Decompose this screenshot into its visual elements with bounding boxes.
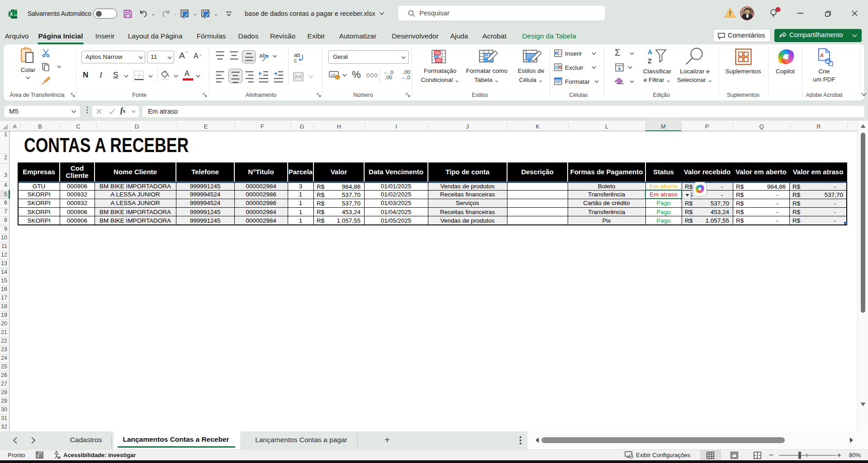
- svg-text:C€: C€: [331, 73, 336, 77]
- svg-text:Z: Z: [648, 57, 652, 65]
- svg-text:A: A: [820, 53, 824, 58]
- svg-text:ab: ab: [259, 52, 266, 59]
- svg-text:A: A: [648, 48, 652, 56]
- svg-text:X: X: [10, 12, 13, 17]
- svg-text:c: c: [294, 57, 297, 63]
